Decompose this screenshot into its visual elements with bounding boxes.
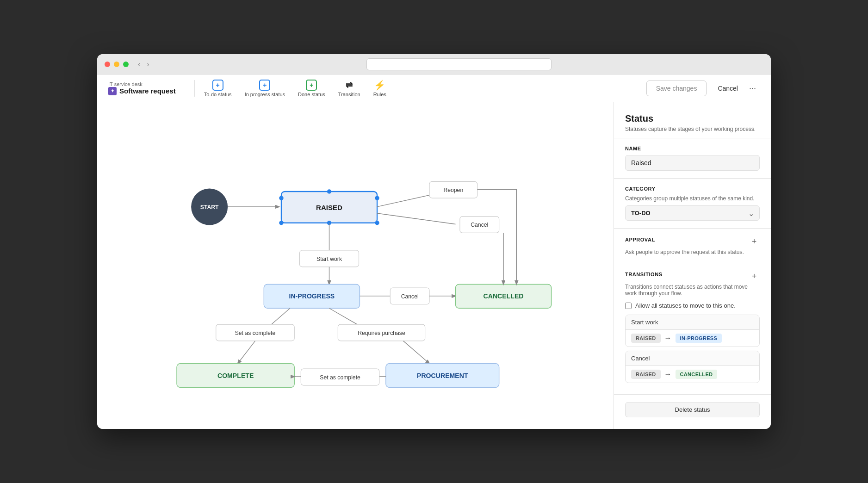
save-button[interactable]: Save changes [646, 80, 707, 96]
svg-text:Set as complete: Set as complete [320, 374, 360, 381]
category-desc: Categories group multiple statuses of th… [625, 195, 760, 202]
todo-status-button[interactable]: + To-do status [198, 77, 237, 100]
transition-1-label[interactable]: Start work [626, 315, 759, 330]
svg-text:RAISED: RAISED [316, 204, 342, 211]
name-section: NAME [614, 138, 771, 179]
svg-point-7 [279, 221, 283, 225]
svg-text:START: START [200, 204, 219, 211]
forward-button[interactable]: › [145, 59, 151, 69]
toolbar-actions: + To-do status + In progress status + Do… [198, 77, 646, 100]
svg-point-9 [375, 221, 379, 225]
todo-icon: + [212, 80, 223, 91]
inprogress-label: In progress status [245, 92, 285, 97]
rules-label: Rules [373, 92, 386, 97]
allow-all-row: Allow all statuses to move to this one. [625, 302, 760, 309]
main-area: START RAISED [97, 102, 771, 429]
svg-text:Requires purchase: Requires purchase [358, 330, 405, 336]
app-content: IT service desk ✦ Software request + To-… [97, 74, 771, 429]
titlebar: ‹ › [97, 54, 771, 74]
panel-header: Status Statuses capture the stages of yo… [614, 102, 771, 138]
svg-text:PROCUREMENT: PROCUREMENT [417, 372, 468, 379]
transitions-desc: Transitions connect statuses as actions … [625, 284, 760, 297]
transition-1-from: RAISED [631, 334, 661, 343]
arrow-icon: → [664, 334, 672, 342]
rules-button[interactable]: ⚡ Rules [368, 77, 392, 100]
inprogress-icon: + [259, 80, 270, 91]
svg-text:IN-PROGRESS: IN-PROGRESS [289, 292, 335, 300]
transition-1-flow: RAISED → IN-PROGRESS [626, 330, 759, 347]
svg-text:Set as complete: Set as complete [235, 330, 276, 336]
svg-text:Reopen: Reopen [443, 187, 463, 193]
project-icon: ✦ [108, 87, 117, 95]
approval-label: APPROVAL [625, 237, 655, 242]
transitions-add-button[interactable]: + [749, 271, 760, 282]
allow-all-label: Allow all statuses to move to this one. [635, 302, 736, 309]
category-select-wrapper: TO-DO IN PROGRESS DONE [625, 205, 760, 221]
more-button[interactable]: ··· [745, 80, 760, 97]
svg-text:CANCELLED: CANCELLED [484, 292, 524, 300]
svg-point-5 [327, 189, 331, 193]
back-button[interactable]: ‹ [136, 59, 142, 69]
toolbar: IT service desk ✦ Software request + To-… [97, 74, 771, 102]
transitions-section: TRANSITIONS + Transitions connect status… [614, 263, 771, 395]
category-select[interactable]: TO-DO IN PROGRESS DONE [625, 205, 760, 221]
panel-subtitle: Statuses capture the stages of your work… [625, 126, 760, 132]
inprogress-status-button[interactable]: + In progress status [239, 77, 291, 100]
transition-button[interactable]: ⇌ Transition [333, 77, 366, 100]
cancel-button[interactable]: Cancel [710, 81, 745, 96]
arrow-icon-2: → [664, 370, 672, 378]
svg-text:Cancel: Cancel [401, 293, 419, 300]
close-button[interactable] [105, 62, 110, 67]
transition-2-flow: RAISED → CANCELLED [626, 366, 759, 383]
minimize-button[interactable] [114, 62, 119, 67]
transition-card-2: Cancel RAISED → CANCELLED [625, 351, 760, 383]
rules-icon: ⚡ [374, 80, 385, 91]
name-label: NAME [625, 146, 760, 151]
breadcrumb-title: Software request [119, 87, 176, 95]
transition-2-to: CANCELLED [676, 370, 718, 379]
transition-2-from: RAISED [631, 370, 661, 379]
category-section: CATEGORY Categories group multiple statu… [614, 179, 771, 229]
breadcrumb: IT service desk ✦ Software request [108, 81, 176, 95]
approval-desc: Ask people to approve the request at thi… [625, 249, 760, 255]
svg-point-6 [375, 196, 379, 200]
breadcrumb-parent: IT service desk [108, 81, 176, 87]
name-input[interactable] [625, 155, 760, 171]
svg-point-4 [279, 196, 283, 200]
svg-text:Cancel: Cancel [471, 222, 488, 228]
panel-title: Status [625, 113, 760, 124]
transition-1-to: IN-PROGRESS [676, 334, 722, 343]
approval-section: APPROVAL + Ask people to approve the req… [614, 229, 771, 263]
done-icon: + [306, 80, 317, 91]
right-panel: Status Statuses capture the stages of yo… [614, 102, 771, 429]
delete-status-button[interactable]: Delete status [625, 402, 760, 417]
address-bar[interactable] [366, 58, 552, 70]
allow-all-checkbox[interactable] [625, 303, 632, 309]
toolbar-divider [194, 80, 195, 97]
done-label: Done status [298, 92, 325, 97]
category-label: CATEGORY [625, 186, 760, 192]
approval-add-button[interactable]: + [749, 236, 760, 247]
svg-text:Start work: Start work [316, 256, 342, 262]
done-status-button[interactable]: + Done status [292, 77, 331, 100]
svg-text:COMPLETE: COMPLETE [217, 372, 254, 379]
flow-canvas[interactable]: START RAISED [97, 102, 614, 429]
transition-icon: ⇌ [344, 80, 355, 91]
transition-2-label[interactable]: Cancel [626, 351, 759, 366]
app-window: ‹ › IT service desk ✦ Software request +… [97, 54, 771, 429]
todo-label: To-do status [204, 92, 232, 97]
maximize-button[interactable] [123, 62, 129, 67]
transitions-label: TRANSITIONS [625, 272, 663, 277]
transition-label: Transition [338, 92, 360, 97]
transition-card-1: Start work RAISED → IN-PROGRESS [625, 315, 760, 347]
